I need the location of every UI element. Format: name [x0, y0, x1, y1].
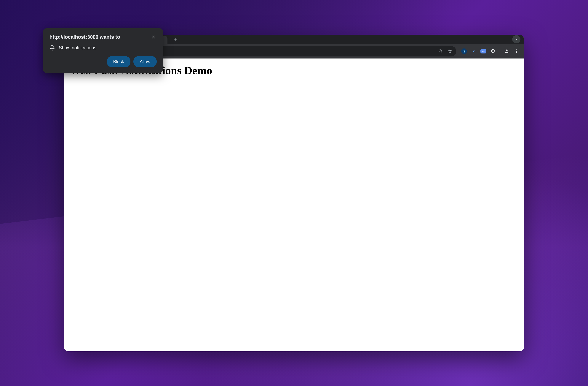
bell-icon — [49, 45, 55, 50]
bookmark-star-icon[interactable] — [446, 47, 454, 55]
allow-button[interactable]: Allow — [133, 56, 157, 67]
browser-window: Push Notifications using Node × + localh… — [64, 35, 524, 351]
svg-point-5 — [506, 49, 507, 51]
browser-menu-button[interactable] — [512, 47, 521, 55]
zoom-icon[interactable] — [437, 47, 444, 55]
extensions-menu-button[interactable] — [489, 47, 497, 55]
extension-react-devtools[interactable]: ✳ — [470, 47, 478, 55]
extension-zoom[interactable]: zm — [479, 47, 487, 55]
new-tab-button[interactable]: + — [169, 36, 182, 43]
svg-point-7 — [516, 51, 517, 52]
svg-point-6 — [516, 49, 517, 50]
profile-button[interactable] — [503, 47, 511, 55]
block-button[interactable]: Block — [107, 56, 130, 67]
permission-prompt: http://localhost:3000 wants to ✕ Show no… — [43, 28, 163, 73]
svg-point-8 — [516, 52, 517, 53]
permission-title: http://localhost:3000 wants to — [49, 34, 120, 40]
page-content: Web Push Notifications Demo — [64, 59, 524, 351]
tabs-overflow-button[interactable] — [512, 35, 521, 44]
extension-ghostery[interactable]: ◑ — [460, 47, 468, 55]
extension-icons: ◑ ✳ zm — [460, 47, 521, 55]
permission-close-button[interactable]: ✕ — [150, 34, 157, 40]
permission-text: Show notifications — [59, 45, 96, 50]
toolbar-divider — [500, 48, 500, 54]
